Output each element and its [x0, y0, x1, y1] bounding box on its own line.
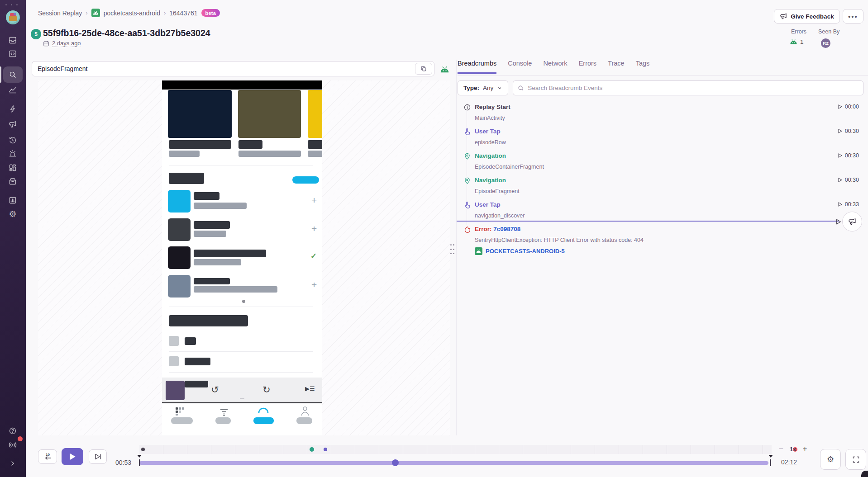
skeleton-bar	[194, 192, 219, 200]
queue-icon: ▶☰	[305, 386, 315, 392]
breadcrumb-event-tap[interactable]: User Tapnavigation_discover00:33	[457, 197, 868, 222]
tab-tags[interactable]: Tags	[636, 60, 650, 72]
plus-icon: +	[311, 280, 317, 289]
type-filter-dropdown[interactable]: Type: Any	[458, 80, 508, 95]
event-marker[interactable]	[141, 448, 145, 451]
event-title: Navigation	[475, 177, 506, 184]
event-timestamp[interactable]: 00:00	[837, 104, 859, 110]
timestamp-text[interactable]: 2 days ago	[52, 40, 81, 47]
skeleton-bar	[194, 231, 226, 237]
more-options-button[interactable]: •••	[843, 9, 863, 24]
event-timestamp[interactable]: 00:33	[837, 201, 859, 208]
redo-icon: ↻	[262, 385, 271, 394]
sidebar-item-projects[interactable]	[4, 47, 22, 61]
skip-to-end-button[interactable]	[89, 449, 107, 464]
play-from-here-icon[interactable]	[835, 218, 842, 225]
play-icon	[837, 202, 843, 207]
event-timestamp[interactable]: 00:30	[837, 177, 859, 183]
sidebar-item-performance[interactable]	[4, 102, 22, 116]
breadcrumb-event-nav[interactable]: NavigationEpisodeFragment00:30	[457, 173, 868, 197]
fullscreen-button[interactable]	[845, 449, 866, 470]
rewind-10-button[interactable]: 10	[38, 449, 57, 464]
breadcrumb-replay-id[interactable]: 16443761	[169, 9, 197, 17]
scrubber-handle[interactable]	[392, 459, 399, 466]
tab-console[interactable]: Console	[508, 60, 532, 72]
org-avatar[interactable]	[6, 10, 20, 24]
section-header-bar	[169, 315, 248, 326]
breadcrumbs-panel: BreadcrumbsConsoleNetworkErrorsTraceTags…	[456, 60, 868, 435]
breadcrumb-event-tap[interactable]: User TapepisodeRow00:30	[457, 124, 868, 148]
megaphone-icon	[780, 13, 787, 20]
sidebar-item-stats[interactable]	[4, 194, 22, 207]
replay-filter-input[interactable]	[32, 61, 434, 76]
sidebar-item-dashboards[interactable]	[4, 161, 22, 175]
feedback-bubble-button[interactable]	[842, 212, 862, 231]
tab-trace[interactable]: Trace	[608, 60, 625, 72]
skeleton-bar	[194, 203, 247, 209]
tab-network[interactable]: Network	[543, 60, 567, 72]
event-timestamp[interactable]: 00:30	[837, 152, 859, 159]
archive-box-icon	[8, 177, 17, 186]
skeleton-bar	[169, 151, 200, 157]
divider	[169, 372, 313, 373]
timeline-event-track[interactable]	[139, 445, 772, 454]
event-timestamp[interactable]: 00:30	[837, 128, 859, 134]
current-time: 00:53	[115, 459, 131, 466]
sidebar-item-help[interactable]	[4, 424, 22, 438]
issue-link[interactable]: POCKETCASTS-ANDROID-5	[475, 247, 818, 255]
copy-button[interactable]	[415, 63, 432, 75]
player-settings-button[interactable]: ⚙	[820, 449, 841, 470]
skeleton-bar	[194, 221, 230, 229]
event-marker-navigation[interactable]	[310, 447, 314, 452]
sidebar-item-replays[interactable]	[4, 133, 22, 147]
speed-increase-button[interactable]: +	[802, 444, 807, 453]
skip-end-icon	[94, 453, 102, 460]
list-thumb	[168, 275, 191, 298]
play-icon	[837, 128, 843, 134]
speed-decrease-button[interactable]: −	[779, 444, 783, 453]
breadcrumb-filter-row: Type: Any	[458, 80, 863, 95]
user-avatar[interactable]: RZ	[821, 38, 830, 48]
sidebar-collapse[interactable]	[4, 457, 22, 470]
nav-label-skeleton	[215, 417, 231, 424]
gear-icon: ⚙	[9, 210, 16, 218]
sidebar-item-feedback[interactable]	[4, 118, 22, 131]
nav-label-skeleton-active	[253, 417, 274, 424]
phone-status-bar	[162, 80, 322, 90]
play-icon	[69, 453, 76, 461]
discover-tab-icon	[258, 407, 269, 413]
error-id-link[interactable]: 7c098708	[493, 226, 520, 232]
timeline-scrubber[interactable]	[139, 461, 768, 465]
event-description: EpisodeFragment	[475, 189, 818, 194]
breadcrumb-search-input[interactable]	[528, 85, 858, 91]
event-marker-tap[interactable]	[324, 448, 327, 451]
sidebar-item-settings[interactable]: ⚙	[4, 207, 22, 221]
skeleton-bar	[169, 140, 231, 149]
breadcrumb-project[interactable]: pocketcasts-android	[104, 9, 160, 17]
give-feedback-button[interactable]: Give Feedback	[774, 9, 840, 24]
replay-phone-frame: + + ✓ + ↺	[162, 80, 322, 435]
sidebar-item-discover[interactable]	[4, 83, 22, 97]
tab-errors[interactable]: Errors	[579, 60, 596, 72]
breadcrumb-event-info[interactable]: Replay StartMainActivity00:00	[457, 99, 868, 124]
breadcrumb-event-error[interactable]: Error: 7c098708SentryHttpClientException…	[457, 222, 868, 258]
sidebar: ⚙	[0, 0, 26, 477]
play-button[interactable]	[62, 448, 83, 465]
skeleton-bar	[194, 278, 230, 284]
android-platform-icon	[440, 66, 449, 73]
sidebar-item-issues[interactable]	[4, 33, 22, 47]
breadcrumb-event-nav[interactable]: NavigationEpisodeContainerFragment00:30	[457, 148, 868, 173]
pane-resize-handle[interactable]	[450, 244, 455, 254]
timeline-end-caret	[768, 455, 773, 458]
sidebar-item-whats-new[interactable]	[4, 438, 22, 451]
search-icon	[8, 70, 17, 79]
fullscreen-icon	[852, 456, 860, 463]
replay-viewport[interactable]: + + ✓ + ↺	[38, 80, 450, 435]
sidebar-item-releases[interactable]	[4, 175, 22, 188]
copy-icon	[420, 66, 427, 72]
album-card	[308, 90, 322, 138]
tab-breadcrumbs[interactable]: Breadcrumbs	[458, 60, 496, 74]
sidebar-item-search[interactable]	[4, 68, 22, 81]
breadcrumb-session-replay[interactable]: Session Replay	[38, 9, 82, 17]
sidebar-item-alerts[interactable]	[4, 146, 22, 160]
